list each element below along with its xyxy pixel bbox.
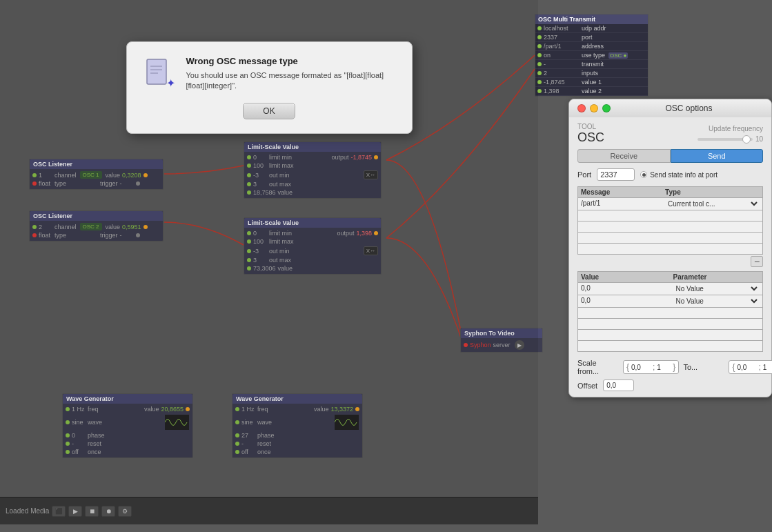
osc-panel-title: OSC options	[615, 104, 763, 113]
vp-row-empty-3	[577, 330, 763, 341]
traffic-light-red[interactable]	[577, 104, 586, 112]
offset-input[interactable]	[603, 380, 634, 391]
vp-param-dropdown-1[interactable]: No Value	[673, 284, 760, 293]
scale-to-v1[interactable]	[737, 364, 756, 371]
vp-row-2: 0,0 No Value	[577, 295, 763, 308]
vp-param-2[interactable]: No Value	[671, 295, 763, 307]
dialog-ok-button[interactable]: OK	[243, 103, 295, 119]
scale-section: Scale from... { ; } To... { ; }	[577, 359, 763, 375]
node-transmit-header: OSC Multi Transmit	[535, 14, 648, 24]
node-transmit-row-inputs: 2 inputs	[535, 69, 648, 78]
vp-row-empty-1	[577, 308, 763, 319]
node-transmit-row-val2: 1,398 value 2	[535, 87, 648, 96]
update-freq-slider[interactable]	[697, 138, 753, 141]
dialog-box: ✦ Wrong OSC message type You should use …	[126, 41, 413, 134]
canvas-area: OSC Multi Transmit localhost udp addr 23…	[0, 0, 538, 524]
scale-to-label: To...	[683, 363, 724, 371]
message-col-header: Message	[578, 187, 662, 197]
dialog-icon: ✦	[141, 56, 175, 90]
vp-value-1: 0,0	[578, 283, 671, 295]
type-dropdown[interactable]: Current tool c...	[665, 199, 760, 208]
port-input[interactable]	[597, 168, 635, 181]
type-cell[interactable]: Current tool c...	[662, 198, 762, 210]
scale-from-inputs: { ; }	[623, 360, 679, 374]
table-row: /part/1 Current tool c...	[577, 198, 763, 210]
vp-row-empty-2	[577, 319, 763, 330]
osc-options-panel: OSC options TOOL OSC Update frequency 10…	[568, 99, 772, 397]
vp-param-1[interactable]: No Value	[671, 283, 763, 295]
tool-label: TOOL	[577, 123, 604, 130]
update-freq-value: 10	[755, 135, 763, 143]
table-row-empty-3	[577, 233, 763, 244]
node-transmit-row-transmit: - transmit	[535, 60, 648, 69]
dialog-message: You should use an OSC message formated a…	[186, 70, 398, 92]
param-col-header: Parameter	[671, 272, 763, 282]
svg-text:✦: ✦	[166, 77, 175, 89]
table-row-empty-4	[577, 244, 763, 255]
dialog-overlay: ✦ Wrong OSC message type You should use …	[0, 0, 538, 524]
node-transmit-row-address: /part/1 address	[535, 42, 648, 51]
osc-panel-titlebar: OSC options	[569, 99, 771, 117]
traffic-light-yellow[interactable]	[590, 104, 598, 112]
scale-to-v2[interactable]	[763, 364, 772, 371]
node-transmit-row-usetype: on use type OSC ●	[535, 51, 648, 60]
tab-send[interactable]: Send	[671, 149, 764, 163]
dialog-title: Wrong OSC message type	[186, 56, 398, 66]
value-param-table: Value Parameter 0,0 No Value 0,0 No Valu…	[577, 271, 763, 352]
update-freq-label: Update frequency	[709, 125, 763, 132]
vp-value-2: 0,0	[578, 295, 671, 307]
table-row-empty-1	[577, 210, 763, 221]
type-col-header: Type	[662, 187, 762, 197]
vp-row-1: 0,0 No Value	[577, 283, 763, 295]
node-transmit-row-localhost: localhost udp addr	[535, 24, 648, 33]
message-cell: /part/1	[578, 198, 662, 210]
value-col-header: Value	[578, 272, 671, 282]
vp-row-empty-4	[577, 341, 763, 352]
traffic-light-green[interactable]	[602, 104, 611, 112]
node-osc-transmit[interactable]: OSC Multi Transmit localhost udp addr 23…	[535, 14, 649, 97]
tool-name: OSC	[577, 130, 604, 145]
send-state-radio[interactable]	[640, 171, 647, 178]
node-transmit-row-port: 2337 port	[535, 33, 648, 42]
scale-from-label: Scale from...	[577, 359, 619, 375]
port-label: Port	[577, 170, 591, 179]
svg-rect-0	[147, 59, 166, 84]
node-transmit-row-val1: -1,8745 value 1	[535, 78, 648, 87]
message-table: Message Type /part/1 Current tool c...	[577, 186, 763, 255]
scale-from-v1[interactable]	[631, 364, 651, 371]
minus-button[interactable]: −	[751, 256, 763, 267]
send-state-label: Send state info at port	[650, 171, 717, 179]
offset-label: Offset	[577, 382, 597, 390]
receive-send-tabs: Receive Send	[577, 149, 763, 163]
tab-receive[interactable]: Receive	[577, 149, 671, 163]
table-row-empty-2	[577, 221, 763, 233]
offset-row: Offset	[577, 380, 763, 391]
scale-from-v2[interactable]	[657, 364, 671, 371]
vp-param-dropdown-2[interactable]: No Value	[673, 297, 760, 306]
scale-to-inputs: { ; }	[729, 360, 772, 374]
